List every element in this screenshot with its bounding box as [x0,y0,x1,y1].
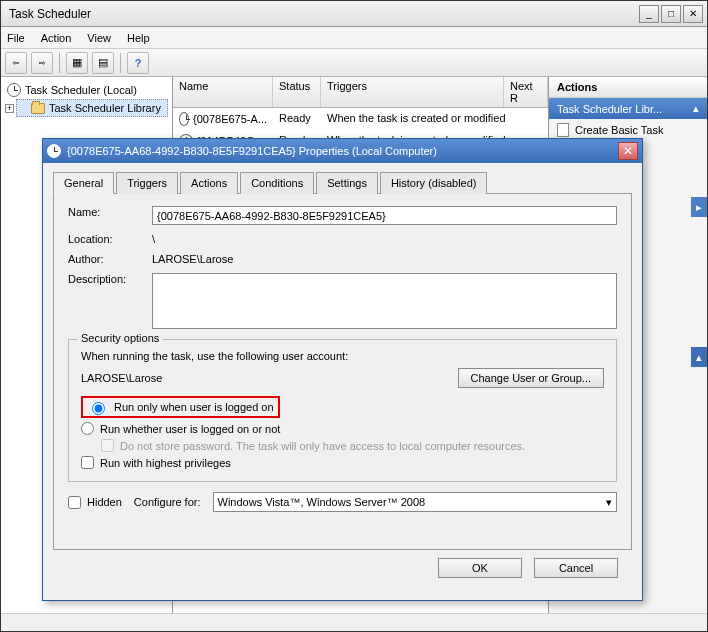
security-account: LAROSE\Larose [81,372,162,384]
folder-icon [31,103,45,114]
radio-logged-on-label: Run only when user is logged on [114,401,274,413]
hidden-label: Hidden [87,496,122,508]
menu-view[interactable]: View [87,32,111,44]
cancel-button[interactable]: Cancel [534,558,618,578]
close-button[interactable]: ✕ [683,5,703,23]
description-textarea[interactable] [152,273,617,329]
clock-icon [47,144,61,158]
author-value: LAROSE\Larose [152,253,617,265]
dropdown-icon: ▾ [606,496,612,509]
action-label: Create Basic Task [575,124,663,136]
scroll-right-tab[interactable]: ▸ [691,197,707,217]
menubar: File Action View Help [1,27,707,49]
dialog-close-button[interactable]: ✕ [618,142,638,160]
tab-triggers[interactable]: Triggers [116,172,178,194]
forward-button[interactable]: ⇨ [31,52,53,74]
toolbar-separator [120,53,121,73]
radio-whether-label: Run whether user is logged on or not [100,423,280,435]
highlighted-annotation: Run only when user is logged on [81,396,280,418]
dialog-tabs: General Triggers Actions Conditions Sett… [53,171,632,194]
name-label: Name: [68,206,152,218]
maximize-button[interactable]: □ [661,5,681,23]
no-store-password-label: Do not store password. The task will onl… [120,440,525,452]
configure-for-select[interactable]: Windows Vista™, Windows Server™ 2008 ▾ [213,492,617,512]
col-header-name[interactable]: Name [173,77,273,107]
name-input[interactable] [152,206,617,225]
actions-group-label: Task Scheduler Libr... [557,103,662,115]
ok-button[interactable]: OK [438,558,522,578]
hidden-checkbox[interactable] [68,496,81,509]
tab-actions[interactable]: Actions [180,172,238,194]
expand-toggle[interactable]: + [5,104,14,113]
task-properties-dialog: {0078E675-AA68-4992-B830-8E5F9291CEA5} P… [42,138,643,601]
security-options-group: Security options When running the task, … [68,339,617,482]
minimize-button[interactable]: _ [639,5,659,23]
col-header-status[interactable]: Status [273,77,321,107]
task-row[interactable]: {0078E675-A... Ready When the task is cr… [173,108,548,130]
tree-root-node[interactable]: Task Scheduler (Local) [5,81,168,99]
radio-logged-on[interactable] [92,402,105,415]
menu-file[interactable]: File [7,32,25,44]
task-triggers: When the task is created or modified [321,110,548,128]
dialog-title: {0078E675-AA68-4992-B830-8E5F9291CEA5} P… [67,145,437,157]
location-value: \ [152,233,617,245]
tab-general[interactable]: General [53,172,114,194]
clock-icon [7,83,21,97]
actions-header: Actions [549,77,707,98]
configure-for-label: Configure for: [134,496,201,508]
security-legend: Security options [77,332,163,344]
description-label: Description: [68,273,152,285]
task-name: {0078E675-A... [193,113,267,125]
toolbar: ⇦ ⇨ ▦ ▤ ? [1,49,707,77]
clock-icon [179,112,189,126]
toggle-action-pane-button[interactable]: ▦ [66,52,88,74]
tree-root-label: Task Scheduler (Local) [25,84,137,96]
document-icon [557,123,569,137]
main-window-title: Task Scheduler [5,7,91,21]
menu-help[interactable]: Help [127,32,150,44]
menu-action[interactable]: Action [41,32,72,44]
general-tab-content: Name: Location: \ Author: LAROSE\Larose … [53,194,632,550]
security-prompt: When running the task, use the following… [81,350,604,362]
radio-whether[interactable] [81,422,94,435]
back-button[interactable]: ⇦ [5,52,27,74]
highest-privileges-checkbox[interactable] [81,456,94,469]
tree-library-node[interactable]: Task Scheduler Library [16,99,168,117]
col-header-triggers[interactable]: Triggers [321,77,504,107]
actions-group-header[interactable]: Task Scheduler Libr... ▴ [549,98,707,119]
help-button[interactable]: ? [127,52,149,74]
tab-conditions[interactable]: Conditions [240,172,314,194]
tab-settings[interactable]: Settings [316,172,378,194]
collapse-icon: ▴ [693,102,699,115]
author-label: Author: [68,253,152,265]
tab-history[interactable]: History (disabled) [380,172,488,194]
configure-for-value: Windows Vista™, Windows Server™ 2008 [218,496,426,508]
change-user-button[interactable]: Change User or Group... [458,368,604,388]
location-label: Location: [68,233,152,245]
task-status: Ready [273,110,321,128]
no-store-password-checkbox [101,439,114,452]
scroll-collapse-tab[interactable]: ▴ [691,347,707,367]
list-header: Name Status Triggers Next R [173,77,548,108]
highest-privileges-label: Run with highest privileges [100,457,231,469]
col-header-next[interactable]: Next R [504,77,548,107]
dialog-titlebar: {0078E675-AA68-4992-B830-8E5F9291CEA5} P… [43,139,642,163]
toolbar-properties-button[interactable]: ▤ [92,52,114,74]
main-titlebar: Task Scheduler _ □ ✕ [1,1,707,27]
tree-library-label: Task Scheduler Library [49,102,161,114]
toolbar-separator [59,53,60,73]
statusbar [1,613,707,631]
